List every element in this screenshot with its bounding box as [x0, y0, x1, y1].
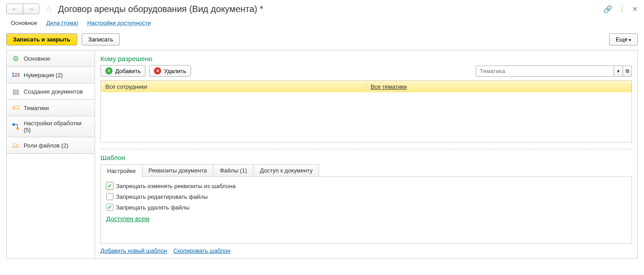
sidebar-item-numbering[interactable]: 123 Нумерация (2) [7, 67, 95, 83]
link-icon[interactable]: 🔗 [603, 5, 612, 13]
checkbox-lock-file-edit[interactable] [106, 193, 113, 200]
svg-rect-1 [17, 127, 19, 130]
add-button[interactable]: + Добавить [100, 65, 145, 77]
delete-button[interactable]: × Удалить [149, 65, 191, 77]
kebab-menu-icon[interactable]: ⋮ [619, 5, 626, 13]
topic-expand-button[interactable]: ⧉ [623, 66, 632, 77]
checkbox-lock-props[interactable]: ✓ [106, 182, 113, 189]
checkbox-label: Запрещать изменять реквизиты из шаблона [116, 183, 236, 189]
sidebar-item-label: Тематики [24, 105, 49, 111]
add-button-label: Добавить [115, 68, 141, 74]
svg-rect-0 [12, 123, 15, 126]
save-and-close-button[interactable]: Записать и закрыть [6, 33, 77, 45]
tag-icon: 🏷 [11, 103, 20, 112]
topic-dropdown-button[interactable]: ▾ [614, 66, 623, 77]
sidebar-item-topics[interactable]: 🏷 Тематики [7, 100, 95, 116]
checkbox-label: Запрещать удалять файлы [116, 204, 190, 211]
tab-cases[interactable]: Дела (тома) [46, 20, 79, 26]
divider [100, 149, 632, 149]
sidebar-item-label: Нумерация (2) [24, 72, 63, 78]
document-icon: ▤ [11, 87, 20, 96]
table-row[interactable]: Все сотрудники Все тематики [101, 81, 632, 92]
page-title: Договор аренды оборудования (Вид докумен… [58, 4, 263, 14]
sidebar-item-doc-creation[interactable]: ▤ Создание документов [7, 83, 95, 100]
back-button[interactable]: ← [7, 4, 23, 14]
forward-button[interactable]: → [23, 4, 39, 14]
tab-template-files[interactable]: Файлы (1) [213, 164, 253, 176]
tab-template-settings[interactable]: Настройки [100, 164, 142, 177]
delete-button-label: Удалить [164, 68, 186, 74]
sidebar-item-main[interactable]: ⚙ Основное [7, 50, 95, 67]
checkbox-label: Запрещать редактировать файлы [116, 193, 208, 200]
tab-template-props[interactable]: Реквизиты документа [142, 164, 214, 176]
add-template-link[interactable]: Добавить новый шаблон [100, 247, 167, 254]
sidebar-item-label: Создание документов [24, 88, 83, 95]
save-button[interactable]: Записать [82, 33, 120, 45]
sidebar-item-label: Роли файлов (2) [24, 142, 68, 149]
sidebar-item-label: Основное [24, 55, 50, 62]
numbers-icon: 123 [11, 70, 20, 79]
sidebar-item-label: Настройки обработки (5) [24, 120, 90, 133]
perm-cell-topics: Все тематики [366, 83, 632, 90]
files-icon: 🗂 [11, 141, 20, 150]
nav-buttons: ← → [6, 4, 39, 14]
all-topics-link[interactable]: Все тематики [371, 83, 407, 90]
perm-cell-employees: Все сотрудники [101, 83, 366, 90]
workflow-icon [11, 122, 20, 131]
tab-template-access[interactable]: Доступ к документу [253, 164, 319, 176]
template-title: Шаблон [100, 154, 632, 161]
tab-access-settings[interactable]: Настройки доступности [87, 20, 150, 26]
permissions-title: Кому разрешено [100, 55, 632, 62]
plus-icon: + [105, 67, 112, 74]
gear-icon: ⚙ [11, 54, 20, 63]
sidebar-item-file-roles[interactable]: 🗂 Роли файлов (2) [7, 137, 95, 154]
copy-template-link[interactable]: Скопировать шаблон [173, 247, 230, 254]
topic-select-input[interactable] [476, 66, 614, 77]
table-empty-area [101, 92, 632, 142]
sidebar: ⚙ Основное 123 Нумерация (2) ▤ Создание … [7, 50, 95, 259]
checkbox-lock-file-delete[interactable]: ✓ [106, 204, 113, 211]
more-button[interactable]: Еще [609, 33, 638, 45]
sidebar-item-processing[interactable]: Настройки обработки (5) [7, 116, 95, 137]
permissions-table: Все сотрудники Все тематики [100, 80, 632, 143]
x-icon: × [154, 67, 161, 74]
tab-main[interactable]: Основное [11, 20, 37, 26]
available-to-all-link[interactable]: Доступен всем [106, 215, 150, 222]
favorite-star-icon[interactable]: ☆ [45, 4, 53, 14]
close-icon[interactable]: ✕ [632, 5, 638, 13]
